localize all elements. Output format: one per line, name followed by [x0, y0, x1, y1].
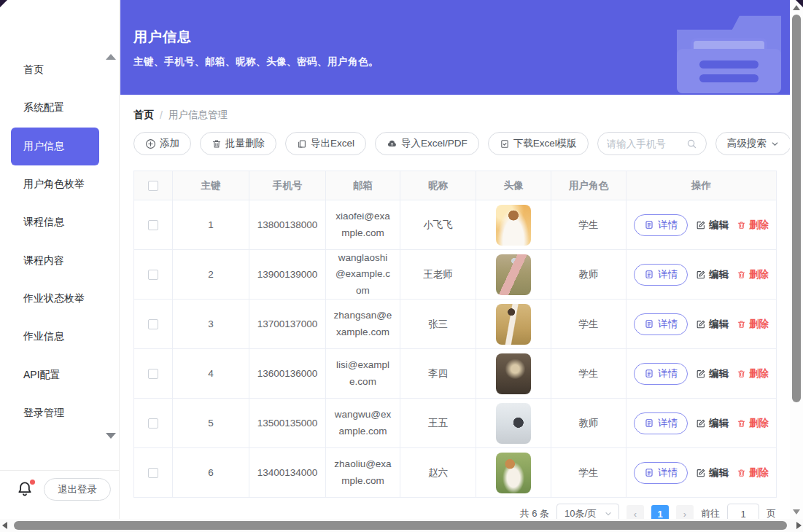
- sidebar-item-course-info[interactable]: 课程信息: [11, 203, 99, 241]
- detail-button[interactable]: 详情: [634, 462, 688, 484]
- avatar-image: [496, 205, 531, 246]
- edit-icon: [696, 220, 706, 230]
- cell-nickname: 小飞飞: [400, 200, 476, 250]
- scroll-up-arrow-icon[interactable]: [793, 5, 800, 10]
- logout-button[interactable]: 退出登录: [44, 478, 111, 501]
- cell-phone: 13400134000: [249, 448, 326, 498]
- notification-bell-icon[interactable]: [16, 480, 35, 500]
- chevron-down-icon: [604, 509, 613, 518]
- detail-button[interactable]: 详情: [634, 214, 688, 236]
- edit-button[interactable]: 编辑: [696, 367, 729, 380]
- sidebar-item-login-management[interactable]: 登录管理: [11, 394, 99, 432]
- search-icon[interactable]: [686, 138, 697, 149]
- page-subtitle: 主键、手机号、邮箱、昵称、头像、密码、用户角色。: [133, 55, 379, 69]
- table-row: 1 13800138000 xiaofei@example.com 小飞飞 学生…: [134, 200, 777, 250]
- batch-delete-button[interactable]: 批量删除: [200, 132, 276, 155]
- horizontal-scrollbar: [0, 519, 803, 532]
- cell-role: 教师: [551, 250, 627, 300]
- sidebar-item-api-config[interactable]: API配置: [11, 356, 99, 394]
- document-lines-icon: [644, 467, 654, 478]
- scroll-right-arrow-icon[interactable]: [796, 522, 802, 529]
- delete-button[interactable]: 删除: [737, 219, 769, 232]
- table-row: 4 13600136000 lisi@example.com 李四 学生 详情 …: [134, 349, 777, 399]
- cell-phone: 13700137000: [249, 300, 326, 349]
- edit-button[interactable]: 编辑: [696, 417, 729, 430]
- table-row: 6 13400134000 zhaoliu@example.com 赵六 学生 …: [134, 448, 777, 498]
- edit-icon: [696, 468, 706, 478]
- sidebar-item-homework-status-enum[interactable]: 作业状态枚举: [11, 280, 99, 318]
- sidebar-item-course-content[interactable]: 课程内容: [11, 241, 99, 279]
- cell-primary-key: 5: [173, 399, 249, 448]
- avatar-image: [496, 254, 531, 295]
- select-all-checkbox[interactable]: [148, 181, 158, 191]
- row-checkbox[interactable]: [148, 468, 158, 478]
- sidebar-item-homework-info[interactable]: 作业信息: [11, 318, 99, 356]
- download-template-button[interactable]: 下载Excel模版: [488, 132, 589, 155]
- column-header: 昵称: [400, 171, 476, 200]
- trash-icon: [212, 138, 222, 149]
- plus-circle-icon: [145, 138, 156, 149]
- table-header-row: 主键手机号邮箱昵称头像用户角色操作: [134, 171, 777, 200]
- cell-role: 学生: [551, 200, 627, 250]
- sidebar-item-user-info[interactable]: 用户信息: [11, 128, 99, 165]
- avatar-image: [496, 304, 531, 345]
- row-checkbox[interactable]: [148, 418, 158, 429]
- detail-button[interactable]: 详情: [634, 363, 688, 385]
- select-all-header: [134, 171, 173, 200]
- trash-icon: [737, 319, 746, 329]
- delete-button[interactable]: 删除: [737, 367, 769, 380]
- scroll-left-arrow-icon[interactable]: [2, 522, 7, 529]
- cell-phone: 13900139000: [249, 250, 326, 300]
- column-header: 手机号: [249, 171, 326, 200]
- sidebar: 首页 系统配置 用户信息 用户角色枚举 课程信息 课程内容 作业状态枚举 作业信…: [0, 0, 120, 519]
- delete-button[interactable]: 删除: [737, 318, 769, 331]
- table-body: 1 13800138000 xiaofei@example.com 小飞飞 学生…: [134, 200, 777, 498]
- add-button[interactable]: 添加: [133, 132, 191, 155]
- cell-nickname: 李四: [400, 349, 476, 399]
- import-excel-button[interactable]: 导入Excel/PDF: [375, 132, 479, 155]
- table-row: 3 13700137000 zhangsan@example.com 张三 学生…: [134, 300, 777, 349]
- detail-button[interactable]: 详情: [634, 264, 688, 286]
- export-excel-button[interactable]: 导出Excel: [285, 132, 366, 155]
- delete-button[interactable]: 删除: [737, 268, 769, 281]
- search-input-wrapper: [597, 132, 707, 155]
- cell-primary-key: 3: [173, 300, 249, 349]
- horizontal-scrollbar-thumb[interactable]: [14, 521, 787, 530]
- edit-button[interactable]: 编辑: [696, 219, 729, 232]
- cell-phone: 13800138000: [249, 200, 326, 250]
- breadcrumb-current: 用户信息管理: [168, 109, 228, 122]
- breadcrumb-separator: /: [160, 109, 163, 121]
- edit-button[interactable]: 编辑: [696, 466, 729, 480]
- sidebar-item-user-role-enum[interactable]: 用户角色枚举: [11, 165, 99, 203]
- cell-nickname: 赵六: [400, 448, 476, 498]
- scroll-down-arrow-icon[interactable]: [793, 509, 800, 515]
- breadcrumb-home[interactable]: 首页: [133, 109, 154, 122]
- edit-icon: [696, 369, 706, 379]
- row-checkbox[interactable]: [148, 220, 158, 230]
- search-input[interactable]: [607, 138, 682, 149]
- row-checkbox[interactable]: [148, 319, 158, 329]
- edit-icon: [696, 270, 706, 280]
- delete-button[interactable]: 删除: [737, 417, 769, 430]
- vertical-scrollbar-thumb[interactable]: [792, 15, 801, 402]
- sidebar-item-home[interactable]: 首页: [11, 51, 99, 89]
- sidebar-scroll-down-icon[interactable]: [106, 433, 116, 439]
- trash-icon: [737, 418, 746, 429]
- row-checkbox[interactable]: [148, 270, 158, 280]
- user-table: 主键手机号邮箱昵称头像用户角色操作 1 13800138000 xiaofei@…: [133, 171, 777, 498]
- edit-button[interactable]: 编辑: [696, 318, 729, 331]
- sidebar-item-system-config[interactable]: 系统配置: [11, 89, 99, 127]
- edit-button[interactable]: 编辑: [696, 268, 729, 281]
- detail-button[interactable]: 详情: [634, 412, 688, 434]
- document-copy-icon: [297, 138, 307, 149]
- column-header: 主键: [173, 171, 249, 200]
- table-row: 5 13500135000 wangwu@example.com 王五 教师 详…: [134, 399, 777, 448]
- avatar-image: [496, 353, 531, 394]
- page-title: 用户信息: [133, 28, 192, 47]
- row-checkbox[interactable]: [148, 369, 158, 379]
- trash-icon: [737, 220, 746, 230]
- delete-button[interactable]: 删除: [737, 466, 769, 480]
- advanced-search-button[interactable]: 高级搜索: [715, 132, 791, 155]
- cell-role: 学生: [551, 300, 627, 349]
- detail-button[interactable]: 详情: [634, 313, 688, 335]
